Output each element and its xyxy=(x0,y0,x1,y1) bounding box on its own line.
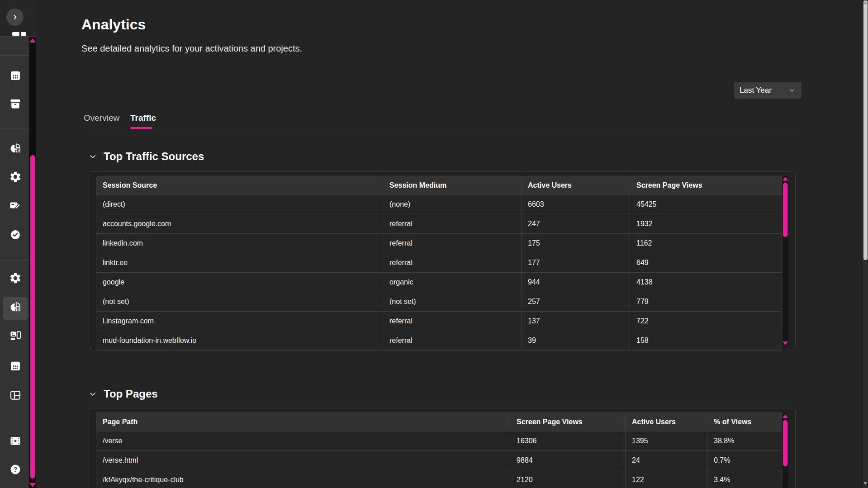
table-scrollbar-thumb[interactable] xyxy=(783,183,787,237)
sidebar-item-notes[interactable] xyxy=(9,199,22,212)
table-cell: accounts.google.com xyxy=(96,214,383,234)
table-cell: 1162 xyxy=(630,234,782,253)
traffic-sources-table: Session SourceSession MediumActive Users… xyxy=(96,176,782,351)
date-range-select[interactable]: Last Year xyxy=(734,82,802,99)
sidebar-item-help[interactable]: ? xyxy=(9,463,22,476)
pie-chart-icon xyxy=(9,142,22,155)
sidebar-item-settings[interactable] xyxy=(9,170,22,184)
sidebar-item-site-settings[interactable] xyxy=(9,271,22,285)
data-table: Session SourceSession MediumActive Users… xyxy=(96,176,782,351)
tabs-divider xyxy=(81,129,802,129)
table-row: linkedin.comreferral1751162 xyxy=(96,234,782,253)
table-cell: 4138 xyxy=(630,273,782,292)
table-cell: linkedin.com xyxy=(96,234,383,253)
table-scroll-up-arrow[interactable] xyxy=(783,177,788,180)
table-scroll-up-arrow[interactable] xyxy=(783,414,788,418)
table-row: l.instagram.comreferral137722 xyxy=(96,312,782,331)
table-cell: 1395 xyxy=(626,431,707,451)
table-cell: 944 xyxy=(522,273,630,292)
browser-scroll-up-arrow[interactable] xyxy=(863,1,867,4)
table-cell: referral xyxy=(383,331,522,351)
sidebar-item-media[interactable] xyxy=(9,329,22,342)
sidebar-item-dashboard[interactable] xyxy=(9,389,22,402)
svg-text:?: ? xyxy=(13,465,17,473)
film-play-icon xyxy=(9,435,22,447)
sidebar-item-reports[interactable] xyxy=(9,142,22,155)
column-header: Page Path xyxy=(96,413,510,431)
table-header-row: Page PathScreen Page ViewsActive Users% … xyxy=(96,413,782,431)
calendar-grid-icon xyxy=(9,360,22,372)
table-cell: 1932 xyxy=(630,214,782,234)
browser-scrollbar-thumb[interactable] xyxy=(863,0,868,260)
table-cell: 247 xyxy=(522,214,630,234)
sidebar-item-archive[interactable] xyxy=(9,97,22,110)
sidebar-item-video-tutorials[interactable] xyxy=(9,434,22,448)
sidebar-scrollbar xyxy=(29,37,36,488)
partial-scrolled-icon xyxy=(12,32,29,36)
devices-icon xyxy=(9,329,22,342)
calendar-grid-icon xyxy=(9,69,22,82)
column-header: % of Views xyxy=(707,413,782,431)
sidebar-scroll-up-arrow[interactable] xyxy=(29,38,36,43)
table-cell: 39 xyxy=(522,331,630,351)
chevron-right-icon xyxy=(10,13,19,22)
sidebar-scroll-down-arrow[interactable] xyxy=(29,483,36,487)
sidebar-divider xyxy=(0,55,29,56)
table-cell: linktr.ee xyxy=(96,253,383,273)
sidebar-item-bookings[interactable] xyxy=(9,359,22,373)
sidebar-scrollbar-thumb[interactable] xyxy=(30,155,35,479)
sidebar-item-calendar[interactable] xyxy=(9,69,22,82)
top-pages-table: Page PathScreen Page ViewsActive Users% … xyxy=(96,412,782,488)
table-cell: referral xyxy=(383,214,522,234)
sidebar-item-tasks[interactable] xyxy=(9,228,22,242)
table-row: linktr.eereferral177649 xyxy=(96,253,782,273)
table-cell: 16306 xyxy=(510,431,626,451)
table-row: (direct)(none)660345425 xyxy=(96,195,782,214)
column-header: Active Users xyxy=(522,176,630,195)
table-cell: 3.4% xyxy=(707,470,782,488)
sidebar: ? xyxy=(0,0,36,488)
tab-traffic[interactable]: Traffic xyxy=(130,113,156,123)
table-cell: 122 xyxy=(626,470,707,488)
gear-icon xyxy=(9,171,22,183)
table-cell: (direct) xyxy=(96,195,383,214)
browser-scroll-down-arrow[interactable] xyxy=(863,482,867,485)
table-row: /verse.html9884240.7% xyxy=(96,451,782,470)
table-cell: 137 xyxy=(522,312,630,331)
table-cell: google xyxy=(96,273,383,292)
table-cell: organic xyxy=(383,273,522,292)
table-cell: /verse xyxy=(96,431,510,451)
sidebar-item-analytics[interactable] xyxy=(9,300,22,314)
page-title: Analytics xyxy=(81,16,146,33)
sidebar-divider xyxy=(0,128,29,128)
table-scrollbar xyxy=(783,176,788,346)
table-cell: referral xyxy=(383,312,522,331)
table-row: /kfAkyqx/the-critique-club21201223.4% xyxy=(96,470,782,488)
column-header: Screen Page Views xyxy=(510,413,626,431)
table-cell: 177 xyxy=(522,253,630,273)
section-title-top-pages: Top Pages xyxy=(104,388,158,400)
table-scrollbar-thumb[interactable] xyxy=(783,420,787,466)
help-circle-icon: ? xyxy=(9,463,22,476)
chevron-down-icon xyxy=(788,87,796,94)
column-header: Session Medium xyxy=(383,176,522,195)
section-collapse-chevron-icon[interactable] xyxy=(88,390,97,399)
table-cell: 158 xyxy=(630,331,782,351)
tab-overview[interactable]: Overview xyxy=(84,113,119,123)
table-row: /verse16306139538.8% xyxy=(96,431,782,451)
table-cell: 6603 xyxy=(522,195,630,214)
sidebar-expand-button[interactable] xyxy=(6,9,24,26)
traffic-sources-card: Session SourceSession MediumActive Users… xyxy=(89,171,796,349)
table-cell: 45425 xyxy=(630,195,782,214)
check-circle-icon xyxy=(9,228,22,241)
table-scroll-down-arrow[interactable] xyxy=(783,341,788,345)
table-cell: 38.8% xyxy=(707,431,782,451)
section-collapse-chevron-icon[interactable] xyxy=(88,152,97,161)
section-title-traffic-sources: Top Traffic Sources xyxy=(104,150,204,163)
table-cell: (not set) xyxy=(96,292,383,312)
table-cell: referral xyxy=(383,234,522,253)
table-cell: 24 xyxy=(626,451,707,470)
column-header: Session Source xyxy=(96,176,383,195)
table-row: accounts.google.comreferral2471932 xyxy=(96,214,782,234)
sidebar-header xyxy=(0,0,36,36)
